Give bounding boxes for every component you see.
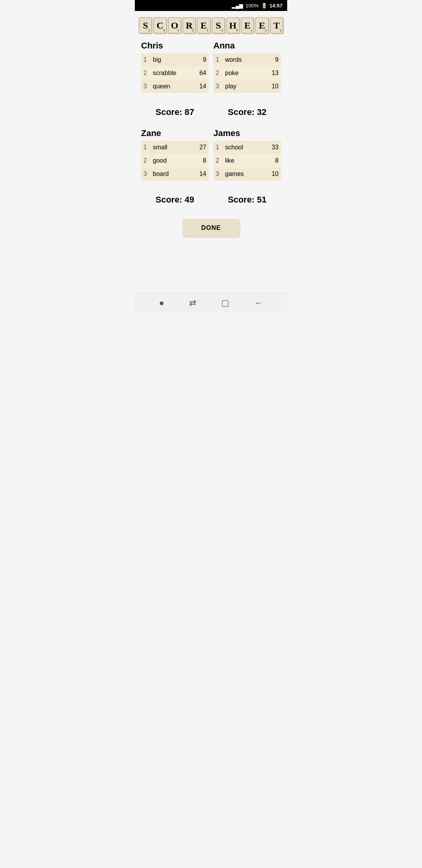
entry-word: like bbox=[223, 154, 262, 167]
table-row: 2 scrabble 64 bbox=[141, 66, 209, 80]
entry-score: 14 bbox=[192, 80, 209, 93]
nav-bar: ● ⇄ ▢ ← bbox=[135, 292, 287, 313]
entry-word: games bbox=[223, 167, 262, 181]
player-section-anna: Anna 1 words 9 2 poke 13 3 play 10 bbox=[213, 38, 281, 93]
score-total-chris: Score: 87 bbox=[141, 103, 209, 121]
title-tile-e: E1 bbox=[197, 17, 210, 34]
score-table-chris: 1 big 9 2 scrabble 64 3 queen 14 bbox=[141, 53, 209, 93]
player-name-zane: Zane bbox=[141, 128, 209, 138]
bottom-scores-summary: Score: 49Score: 51 bbox=[141, 191, 281, 209]
done-button[interactable]: DONE bbox=[182, 219, 240, 237]
top-players-grid: Chris 1 big 9 2 scrabble 64 3 queen 14 A… bbox=[141, 38, 281, 97]
entry-word: words bbox=[223, 53, 260, 66]
entry-score: 10 bbox=[262, 167, 281, 181]
nav-home-icon[interactable]: ▢ bbox=[221, 298, 229, 308]
entry-num: 2 bbox=[213, 154, 223, 167]
entry-score: 9 bbox=[192, 53, 209, 66]
table-row: 1 words 9 bbox=[213, 53, 281, 66]
entry-num: 3 bbox=[213, 80, 223, 93]
player-section-zane: Zane 1 small 27 2 good 8 3 board 14 bbox=[141, 125, 209, 181]
entry-word: board bbox=[150, 167, 188, 181]
entry-word: good bbox=[150, 154, 188, 167]
battery-text: 100% bbox=[246, 3, 259, 9]
score-table-zane: 1 small 27 2 good 8 3 board 14 bbox=[141, 141, 209, 181]
title-tile-e: E1 bbox=[241, 17, 254, 34]
table-row: 1 big 9 bbox=[141, 53, 209, 66]
nav-dot-icon[interactable]: ● bbox=[159, 298, 164, 308]
entry-num: 2 bbox=[141, 66, 150, 80]
time-display: 14:57 bbox=[270, 3, 283, 9]
entry-score: 64 bbox=[192, 66, 209, 80]
table-row: 1 school 33 bbox=[213, 141, 281, 154]
table-row: 3 board 14 bbox=[141, 167, 209, 181]
score-total-anna: Score: 32 bbox=[213, 103, 281, 121]
entry-num: 1 bbox=[213, 141, 223, 154]
entry-num: 2 bbox=[213, 66, 223, 80]
bottom-players-grid: Zane 1 small 27 2 good 8 3 board 14 Jame… bbox=[141, 125, 281, 185]
entry-score: 8 bbox=[188, 154, 209, 167]
table-row: 3 play 10 bbox=[213, 80, 281, 93]
entry-score: 13 bbox=[260, 66, 281, 80]
table-row: 1 small 27 bbox=[141, 141, 209, 154]
entry-num: 3 bbox=[141, 167, 150, 181]
entry-score: 27 bbox=[188, 141, 209, 154]
title-tile-e: E1 bbox=[255, 17, 268, 34]
table-row: 3 games 10 bbox=[213, 167, 281, 181]
player-name-chris: Chris bbox=[141, 41, 209, 51]
table-row: 2 poke 13 bbox=[213, 66, 281, 80]
entry-word: scrabble bbox=[150, 66, 192, 80]
entry-score: 9 bbox=[260, 53, 281, 66]
top-scores-summary: Score: 87Score: 32 bbox=[141, 103, 281, 121]
entry-score: 33 bbox=[262, 141, 281, 154]
title-tile-t: T1 bbox=[270, 17, 283, 34]
title-tile-s: S1 bbox=[139, 17, 152, 34]
entry-word: play bbox=[223, 80, 260, 93]
player-name-james: James bbox=[213, 128, 281, 138]
main-content: Chris 1 big 9 2 scrabble 64 3 queen 14 A… bbox=[135, 38, 287, 292]
nav-back-icon[interactable]: ← bbox=[254, 298, 263, 308]
score-total-james: Score: 51 bbox=[213, 191, 281, 209]
entry-num: 2 bbox=[141, 154, 150, 167]
title-tiles: S1C3O1R1E1S1H4E1E1T1 bbox=[135, 11, 287, 38]
table-row: 2 like 8 bbox=[213, 154, 281, 167]
score-total-zane: Score: 49 bbox=[141, 191, 209, 209]
entry-word: small bbox=[150, 141, 188, 154]
entry-score: 8 bbox=[262, 154, 281, 167]
player-name-anna: Anna bbox=[213, 41, 281, 51]
entry-num: 3 bbox=[213, 167, 223, 181]
title-tile-h: H4 bbox=[226, 17, 240, 34]
entry-word: big bbox=[150, 53, 192, 66]
score-table-anna: 1 words 9 2 poke 13 3 play 10 bbox=[213, 53, 281, 93]
entry-num: 1 bbox=[141, 141, 150, 154]
done-button-row: DONE bbox=[141, 213, 281, 242]
entry-word: poke bbox=[223, 66, 260, 80]
player-section-james: James 1 school 33 2 like 8 3 games 10 bbox=[213, 125, 281, 181]
entry-num: 3 bbox=[141, 80, 150, 93]
nav-recents-icon[interactable]: ⇄ bbox=[189, 298, 196, 308]
title-tile-c: C3 bbox=[153, 17, 166, 34]
score-table-james: 1 school 33 2 like 8 3 games 10 bbox=[213, 141, 281, 181]
entry-num: 1 bbox=[213, 53, 223, 66]
title-tile-o: O1 bbox=[168, 17, 181, 34]
title-tile-s: S1 bbox=[212, 17, 225, 34]
entry-num: 1 bbox=[141, 53, 150, 66]
signal-icon: ▂▄▆ bbox=[232, 3, 243, 9]
battery-icon: 🔋 bbox=[261, 3, 267, 9]
title-tile-r: R1 bbox=[182, 17, 196, 34]
table-row: 3 queen 14 bbox=[141, 80, 209, 93]
entry-score: 10 bbox=[260, 80, 281, 93]
entry-score: 14 bbox=[188, 167, 209, 181]
table-row: 2 good 8 bbox=[141, 154, 209, 167]
entry-word: queen bbox=[150, 80, 192, 93]
entry-word: school bbox=[223, 141, 262, 154]
player-section-chris: Chris 1 big 9 2 scrabble 64 3 queen 14 bbox=[141, 38, 209, 93]
status-bar: ▂▄▆ 100% 🔋 14:57 bbox=[135, 0, 287, 11]
